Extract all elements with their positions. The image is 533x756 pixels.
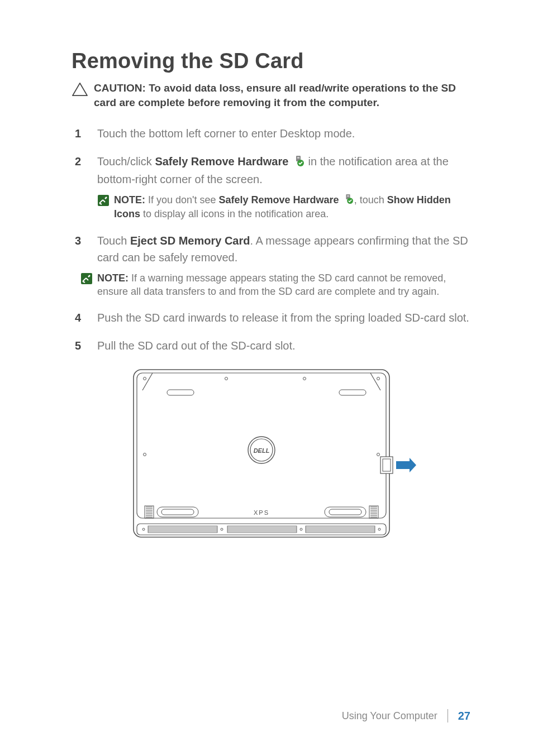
step-3-pre: Touch [97,235,130,247]
xps-label: XPS [254,509,269,516]
note-icon [97,194,110,207]
step-2-note-a: If you don't see [145,194,219,205]
step-2-note: NOTE: If you don't see Safely Remove Har… [97,193,470,221]
safely-remove-hardware-icon [293,154,304,171]
step-4-text: Push the SD card inwards to release it f… [97,312,469,324]
svg-line-12 [370,373,380,390]
step-2-note-c: , touch [354,194,387,205]
step-2-note-e: to display all icons in the notification… [140,208,329,219]
svg-rect-10 [137,373,386,518]
svg-point-13 [144,377,146,380]
note-label: NOTE: [97,272,129,284]
svg-rect-2 [297,157,299,159]
caution-block: CAUTION: To avoid data loss, ensure all … [72,81,470,109]
step-list: Touch the bottom left corner to enter De… [72,125,470,354]
footer-divider [448,709,448,722]
page-heading: Removing the SD Card [72,49,470,73]
step-3: Touch Eject SD Memory Card. A message ap… [72,232,470,299]
svg-rect-34 [157,507,198,517]
svg-marker-0 [73,83,87,95]
step-3-bold: Eject SD Memory Card [130,235,250,247]
page-footer: Using Your Computer 27 [342,709,470,722]
svg-point-48 [221,528,223,530]
caution-triangle-icon [72,82,88,97]
step-3-note-text: If a warning message appears stating the… [97,272,446,297]
caution-text: CAUTION: To avoid data loss, ensure all … [94,81,470,109]
step-5-text: Pull the SD card out of the SD-card slot… [97,339,296,352]
svg-rect-18 [339,390,366,395]
step-3-note: NOTE: If a warning message appears stati… [80,271,470,299]
svg-point-20 [377,453,380,456]
step-4: Push the SD card inwards to release it f… [72,309,470,326]
device-diagram: DELL XPS [126,365,416,544]
step-1-text: Touch the bottom left corner to enter De… [97,127,355,140]
svg-point-50 [378,528,380,530]
step-2-note-b: Safely Remove Hardware [219,194,339,205]
svg-point-15 [303,377,306,380]
svg-point-14 [225,377,228,380]
svg-rect-45 [329,509,361,515]
note-label: NOTE: [114,194,145,205]
dell-logo-text: DELL [254,447,270,454]
step-2-note-body: NOTE: If you don't see Safely Remove Har… [114,193,470,221]
step-2-bold: Safely Remove Hardware [155,155,288,168]
page-number: 27 [458,710,470,722]
svg-point-47 [142,528,145,530]
svg-point-19 [144,453,146,456]
svg-point-49 [300,528,302,530]
step-2-pre: Touch/click [97,155,155,168]
svg-rect-17 [167,390,194,395]
page: Removing the SD Card CAUTION: To avoid d… [0,0,533,756]
note-icon [80,272,93,285]
svg-point-16 [377,377,380,380]
step-3-note-body: NOTE: If a warning message appears stati… [97,271,470,299]
safely-remove-hardware-icon [343,194,353,207]
step-5: Pull the SD card out of the SD-card slot… [72,337,470,354]
svg-rect-6 [347,195,349,197]
svg-line-11 [142,373,153,390]
step-1: Touch the bottom left corner to enter De… [72,125,470,142]
svg-marker-25 [396,458,416,472]
step-2: Touch/click Safely Remove Hardware in th… [72,153,470,221]
svg-rect-44 [325,507,366,517]
svg-rect-35 [161,509,194,515]
footer-section: Using Your Computer [342,710,437,722]
